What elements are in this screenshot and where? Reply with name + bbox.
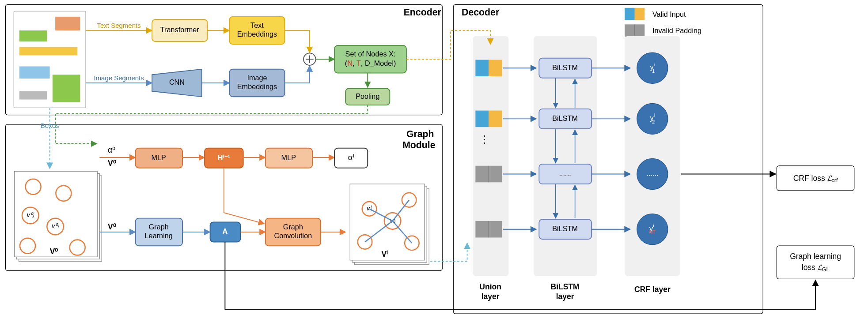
- svg-rect-104: [777, 246, 854, 279]
- vj0-label: v⁰ⱼ: [27, 211, 35, 218]
- bilstm-2: BiLSTM: [552, 114, 578, 122]
- gl-loss-l1: Graph learning: [790, 252, 841, 261]
- alpha0-label: α⁰: [108, 146, 115, 154]
- svg-rect-5: [19, 66, 50, 79]
- gl-l2: Learning: [145, 232, 173, 240]
- svg-rect-2: [55, 17, 80, 30]
- text-segments-label: Text Segments: [97, 22, 140, 29]
- v0-graph: v⁰ⱼ v⁰ᵢ V⁰: [15, 171, 102, 261]
- svg-rect-71: [489, 60, 502, 76]
- svg-rect-89: [475, 221, 489, 238]
- svg-rect-4: [19, 47, 77, 56]
- svg-rect-76: [475, 111, 489, 127]
- decoder-title: Decoder: [462, 7, 499, 18]
- vl-lab: Vˡ: [382, 250, 388, 259]
- vl-graph: vˡᵢ vˡⱼ Vˡ: [350, 184, 429, 265]
- v0-label: V⁰: [108, 159, 116, 168]
- vjl-label: vˡⱼ: [367, 204, 373, 212]
- transformer-block: Transformer: [160, 26, 200, 34]
- setnodes-l2: (N, T, D_Model): [345, 60, 396, 68]
- bilstm-l2: layer: [556, 292, 574, 301]
- svg-rect-90: [489, 221, 502, 238]
- img-segments-label: Image Segments: [94, 74, 144, 82]
- vi0-label: v⁰ᵢ: [52, 222, 59, 229]
- mlp1-block: MLP: [151, 154, 166, 161]
- svg-rect-62: [625, 8, 635, 20]
- alphaL-block: αˡ: [348, 153, 354, 162]
- crf-layer-label: CRF layer: [634, 285, 671, 294]
- setnodes-l1: Set of Nodes X:: [345, 50, 396, 58]
- bilstm-l1: BiLSTM: [551, 282, 580, 291]
- decoder-section: Decoder Valid Input Invalid Padding BiLS…: [406, 4, 763, 314]
- svg-rect-63: [635, 8, 645, 20]
- svg-rect-7: [19, 91, 47, 100]
- gm-title-l2: Module: [402, 140, 436, 150]
- v0-lab: V⁰: [50, 247, 58, 256]
- svg-rect-77: [489, 111, 502, 127]
- svg-rect-65: [635, 24, 645, 37]
- crf-loss-text: CRF loss 𝓛crf: [793, 173, 838, 184]
- encoder-title: Encoder: [404, 7, 441, 18]
- svg-rect-83: [489, 166, 502, 183]
- gc-l2: Convolution: [274, 232, 312, 240]
- union-l1: Union: [479, 282, 501, 291]
- row-ellipsis: ⋮: [479, 134, 489, 145]
- bilstm-1: BiLSTM: [552, 64, 578, 71]
- valid-input-label: Valid Input: [652, 10, 686, 18]
- A-block: A: [223, 227, 228, 235]
- crf-loss-box: CRF loss 𝓛crf: [681, 166, 854, 191]
- svg-rect-6: [53, 75, 80, 102]
- v0b-label: V⁰: [108, 222, 116, 231]
- svg-rect-64: [625, 24, 635, 37]
- y-dots: ......: [646, 169, 658, 177]
- text-emb-l2: Embeddings: [237, 30, 277, 38]
- document-thumb: [14, 11, 86, 108]
- architecture-diagram: Encoder Text Segments Transformer Text E…: [0, 0, 868, 326]
- svg-rect-3: [19, 30, 47, 41]
- union-l2: layer: [481, 292, 500, 301]
- img-emb-l1: Image: [247, 74, 267, 82]
- cnn-block: CNN: [169, 78, 185, 86]
- mlp2-block: MLP: [281, 154, 296, 161]
- bilstm-4: BiLSTM: [552, 225, 578, 232]
- boxes-label: Boxes: [41, 122, 59, 129]
- svg-rect-82: [475, 166, 489, 183]
- invalid-pad-label: Invalid Padding: [652, 26, 701, 34]
- gl-l1: Graph: [149, 223, 169, 231]
- H-block: Hˡ⁻¹: [218, 154, 230, 161]
- gc-l1: Graph: [283, 223, 303, 231]
- text-emb-l1: Text: [250, 21, 264, 29]
- img-emb-l2: Embeddings: [237, 82, 277, 90]
- encoder-section: Encoder Text Segments Transformer Text E…: [6, 4, 443, 115]
- bilstm-dots: ......: [559, 169, 571, 177]
- gl-loss-l2: loss 𝓛GL: [802, 263, 830, 273]
- svg-rect-70: [475, 60, 489, 76]
- gm-title-l1: Graph: [406, 129, 434, 139]
- graph-module-section: Graph Module Boxes v⁰ⱼ v⁰ᵢ V⁰ α⁰ V⁰ MLP …: [6, 105, 443, 270]
- svg-rect-51: [350, 184, 425, 260]
- pooling-block: Pooling: [356, 92, 379, 100]
